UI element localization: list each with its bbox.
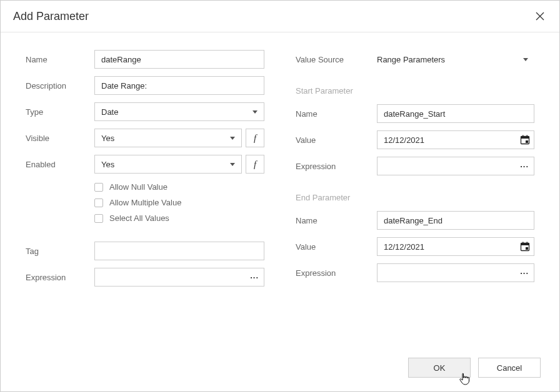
ellipsis-icon: ···: [520, 162, 530, 171]
visible-value: Yes: [101, 134, 114, 143]
expression-label: Expression: [26, 273, 94, 282]
end-value-label: Value: [296, 242, 377, 252]
chevron-down-icon: [230, 137, 235, 140]
tag-input[interactable]: [94, 242, 264, 260]
close-icon: [536, 12, 544, 21]
svg-rect-7: [522, 242, 524, 244]
allow-multiple-checkbox[interactable]: Allow Multiple Value: [94, 198, 264, 207]
end-expression-input[interactable]: ···: [377, 263, 534, 282]
name-input[interactable]: [94, 50, 264, 69]
svg-rect-6: [521, 243, 529, 246]
dialog-body: Name Description Type: [1, 32, 559, 348]
start-name-input[interactable]: [377, 104, 534, 123]
add-parameter-dialog: Add Parameter Name Description: [0, 0, 560, 392]
enabled-select[interactable]: Yes: [94, 155, 242, 174]
enabled-value: Yes: [101, 160, 114, 169]
ellipsis-icon: ···: [520, 268, 530, 278]
type-label: Type: [26, 107, 94, 117]
value-source-label: Value Source: [296, 55, 377, 64]
allow-null-checkbox[interactable]: Allow Null Value: [94, 182, 264, 192]
end-parameter-heading: End Parameter: [296, 193, 534, 202]
type-value: Date: [101, 107, 118, 117]
end-expression-label: Expression: [296, 268, 377, 278]
svg-rect-8: [527, 242, 528, 244]
dialog-footer: OK Cancel: [1, 348, 559, 391]
end-value-value: 12/12/2021: [384, 242, 424, 252]
type-select[interactable]: Date: [94, 102, 264, 121]
checkbox-icon: [94, 183, 103, 192]
dialog-header: Add Parameter: [1, 1, 559, 32]
checkbox-icon: [94, 198, 103, 207]
svg-rect-1: [521, 137, 529, 139]
value-source-select[interactable]: Range Parameters: [377, 50, 534, 69]
checkbox-icon: [94, 214, 103, 223]
dialog-title: Add Parameter: [13, 10, 89, 23]
end-name-label: Name: [296, 216, 377, 225]
ellipsis-icon: ···: [250, 273, 260, 282]
select-all-checkbox[interactable]: Select All Values: [94, 213, 264, 223]
start-value-value: 12/12/2021: [384, 135, 424, 145]
visible-expression-button[interactable]: f: [246, 129, 264, 147]
allow-multiple-label: Allow Multiple Value: [109, 198, 181, 207]
enabled-label: Enabled: [26, 160, 94, 169]
svg-rect-9: [526, 247, 528, 250]
right-column: Value Source Range Parameters Start Para…: [296, 50, 534, 341]
enabled-expression-button[interactable]: f: [246, 155, 264, 174]
visible-select[interactable]: Yes: [94, 129, 242, 147]
start-expression-input[interactable]: ···: [377, 157, 534, 175]
calendar-icon: [520, 135, 530, 145]
close-button[interactable]: [533, 9, 547, 23]
start-name-label: Name: [296, 109, 377, 119]
start-expression-label: Expression: [296, 162, 377, 171]
tag-label: Tag: [26, 247, 94, 256]
svg-rect-3: [527, 135, 528, 137]
start-parameter-heading: Start Parameter: [296, 86, 534, 96]
description-input[interactable]: [94, 76, 264, 95]
chevron-down-icon: [523, 58, 528, 61]
cancel-button[interactable]: Cancel: [478, 358, 541, 378]
start-value-label: Value: [296, 135, 377, 145]
end-value-input[interactable]: 12/12/2021: [377, 237, 534, 256]
fx-icon: f: [254, 159, 256, 170]
start-value-input[interactable]: 12/12/2021: [377, 130, 534, 149]
end-name-input[interactable]: [377, 211, 534, 230]
ok-button[interactable]: OK: [408, 358, 471, 378]
svg-rect-4: [526, 140, 528, 143]
expression-input[interactable]: ···: [94, 268, 264, 287]
allow-null-label: Allow Null Value: [109, 182, 168, 192]
select-all-label: Select All Values: [109, 213, 169, 223]
name-label: Name: [26, 55, 94, 64]
description-label: Description: [26, 81, 94, 91]
left-column: Name Description Type: [26, 50, 264, 341]
chevron-down-icon: [230, 163, 235, 166]
fx-icon: f: [254, 133, 256, 144]
svg-rect-2: [522, 135, 524, 137]
chevron-down-icon: [252, 110, 258, 114]
calendar-icon: [520, 242, 530, 252]
visible-label: Visible: [26, 134, 94, 143]
value-source-value: Range Parameters: [377, 55, 445, 64]
